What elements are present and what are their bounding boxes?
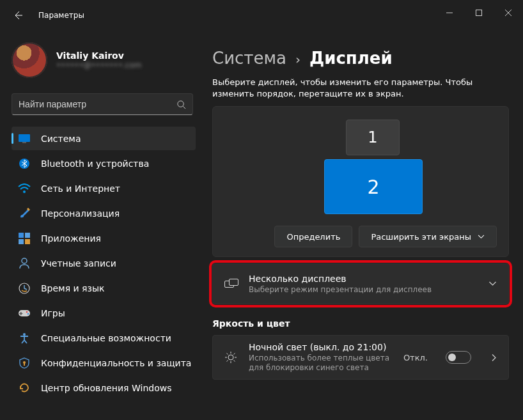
svg-rect-7 (22, 142, 26, 143)
svg-line-31 (227, 354, 228, 355)
card-subtitle: Использовать более теплые цвета для блок… (249, 354, 392, 373)
search-box[interactable] (12, 93, 193, 115)
monitor-2[interactable]: 2 (324, 159, 423, 214)
brush-icon (18, 207, 31, 220)
svg-rect-12 (19, 239, 24, 244)
svg-line-5 (183, 106, 185, 109)
toggle-status: Откл. (403, 353, 428, 362)
svg-point-4 (178, 100, 183, 106)
titlebar: Параметры (0, 0, 523, 31)
identify-button[interactable]: Определить (274, 226, 352, 247)
nav-accounts[interactable]: Учетные записи (12, 251, 196, 275)
search-input[interactable] (19, 99, 176, 109)
nav-bluetooth[interactable]: Bluetooth и устройства (12, 152, 196, 175)
apps-icon (18, 232, 31, 245)
svg-point-14 (22, 258, 27, 263)
panel-actions: Определить Расширить эти экраны (224, 226, 497, 247)
nav-label: Центр обновления Windows (41, 383, 171, 393)
nav-privacy[interactable]: Конфиденциальность и защита (12, 351, 196, 375)
button-label: Расширить эти экраны (371, 232, 471, 242)
bluetooth-icon (18, 157, 31, 170)
monitor-1[interactable]: 1 (346, 120, 400, 155)
button-label: Определить (286, 232, 340, 242)
svg-rect-20 (19, 313, 22, 314)
card-title: Ночной свет (выкл. до 21:00) (249, 342, 392, 352)
close-button[interactable] (494, 0, 523, 26)
gamepad-icon (18, 307, 31, 320)
search-icon (176, 100, 186, 109)
section-brightness-header: Яркость и цвет (212, 318, 509, 329)
user-email: ••••••@•••••••.com (56, 61, 141, 70)
nav-label: Система (41, 134, 81, 144)
svg-rect-6 (19, 134, 30, 142)
display-arrange-panel: 1 2 Определить Расширить эти экраны (212, 106, 509, 257)
chevron-down-icon (488, 281, 497, 286)
nav-label: Учетные записи (41, 258, 116, 268)
shield-icon (18, 357, 31, 369)
svg-point-18 (27, 313, 29, 315)
update-icon (18, 382, 31, 394)
nav-time[interactable]: Время и язык (12, 276, 196, 300)
nav-gaming[interactable]: Игры (12, 301, 196, 325)
svg-point-9 (23, 191, 26, 193)
svg-point-21 (23, 333, 26, 336)
accessibility-icon (18, 332, 31, 345)
multiple-displays-card[interactable]: Несколько дисплеев Выберите режим презен… (212, 263, 509, 304)
nav: Система Bluetooth и устройства Сеть и Ин… (12, 127, 196, 400)
multiple-displays-icon (224, 279, 237, 289)
maximize-button[interactable] (464, 0, 494, 26)
multiple-displays-card-highlight: Несколько дисплеев Выберите режим презен… (212, 263, 509, 304)
card-subtitle: Выберите режим презентации для дисплеев (249, 285, 477, 294)
user-name: Vitaliy Kairov (56, 51, 141, 61)
display-icon (18, 132, 31, 145)
sidebar: Vitaliy Kairov ••••••@•••••••.com Систем… (0, 31, 197, 420)
display-canvas[interactable]: 1 2 (224, 117, 497, 226)
nav-label: Персонализация (41, 208, 120, 219)
avatar (12, 42, 47, 78)
svg-point-17 (26, 311, 28, 313)
svg-rect-25 (230, 279, 238, 286)
chevron-down-icon (478, 235, 485, 239)
back-icon[interactable] (12, 10, 24, 20)
page-title: Дисплей (309, 49, 393, 68)
chevron-right-icon[interactable] (492, 354, 497, 362)
nav-label: Приложения (41, 233, 101, 244)
main-content: Система › Дисплей Выберите дисплей, чтоб… (197, 31, 523, 420)
crumb-root[interactable]: Система (212, 49, 286, 68)
svg-rect-13 (25, 239, 30, 244)
svg-line-34 (227, 361, 228, 362)
breadcrumb: Система › Дисплей (212, 49, 509, 68)
nav-label: Bluetooth и устройства (41, 159, 149, 169)
nav-personalization[interactable]: Персонализация (12, 201, 196, 225)
extend-dropdown[interactable]: Расширить эти экраны (359, 226, 497, 247)
night-light-toggle[interactable] (446, 351, 471, 364)
nav-label: Время и язык (41, 283, 104, 293)
svg-rect-1 (476, 10, 482, 16)
nav-label: Сеть и Интернет (41, 183, 120, 194)
nav-label: Игры (41, 308, 65, 318)
nav-network[interactable]: Сеть и Интернет (12, 176, 196, 200)
nav-accessibility[interactable]: Специальные возможности (12, 326, 196, 350)
clock-icon (18, 282, 31, 295)
svg-rect-10 (19, 233, 24, 238)
nav-system[interactable]: Система (12, 127, 196, 150)
svg-line-33 (234, 354, 235, 355)
nav-label: Конфиденциальность и защита (41, 358, 191, 368)
page-subtext: Выберите дисплей, чтобы изменить его пар… (212, 77, 494, 100)
chevron-right-icon: › (295, 52, 301, 67)
night-light-icon (224, 351, 237, 364)
svg-rect-11 (25, 233, 30, 238)
nav-label: Специальные возможности (41, 333, 171, 343)
minimize-button[interactable] (435, 0, 464, 26)
svg-point-26 (228, 355, 233, 360)
person-icon (18, 257, 31, 270)
window-controls (435, 0, 523, 26)
nav-update[interactable]: Центр обновления Windows (12, 376, 196, 400)
wifi-icon (18, 182, 31, 195)
night-light-card[interactable]: Ночной свет (выкл. до 21:00) Использоват… (212, 335, 509, 380)
svg-line-32 (234, 361, 235, 362)
user-block[interactable]: Vitaliy Kairov ••••••@•••••••.com (12, 42, 191, 78)
svg-rect-23 (24, 363, 25, 366)
app-title: Параметры (38, 11, 84, 20)
nav-apps[interactable]: Приложения (12, 226, 196, 250)
